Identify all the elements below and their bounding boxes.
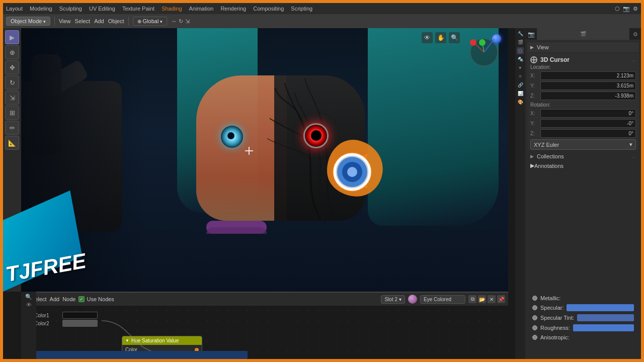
menu-modeling[interactable]: Modeling	[30, 6, 52, 12]
translate-icon[interactable]: ↔	[171, 18, 177, 25]
metallic-label: Metallic:	[540, 295, 560, 301]
more-tab[interactable]: ⚙	[629, 28, 641, 40]
blender-logo	[287, 126, 387, 216]
y-location-row: Y: 3.615m	[530, 81, 636, 90]
menu-uv-editing[interactable]: UV Editing	[89, 6, 115, 12]
render-icon[interactable]: 📷	[623, 6, 630, 12]
menu-layout[interactable]: Layout	[6, 6, 23, 12]
slot-label: Slot 2	[384, 297, 397, 302]
toolbar-select[interactable]: Select	[75, 18, 91, 24]
annotations-item[interactable]: ▶ Annotations	[527, 161, 639, 170]
y-value-input[interactable]: 3.615m	[540, 81, 636, 90]
move-tool[interactable]: ✥	[5, 60, 19, 74]
material-name-field[interactable]: Eye Colored	[420, 295, 465, 304]
use-nodes-checkbox[interactable]: ✓	[78, 296, 85, 302]
transform-tool[interactable]: ⊞	[5, 106, 19, 120]
menu-scripting[interactable]: Scripting	[291, 6, 312, 12]
menu-shading[interactable]: Shading	[162, 6, 182, 12]
material-properties: Metallic: Specular: Specular Tint: Rough…	[525, 292, 641, 344]
search-viewport-btn[interactable]: 🔍	[449, 32, 460, 43]
view-section-header[interactable]: ▶ View	[527, 42, 639, 52]
toolbar-object[interactable]: Object	[108, 18, 124, 24]
material-sphere-icon[interactable]	[408, 295, 417, 304]
material-name-label: Eye Colored	[424, 297, 451, 302]
rotate-tool[interactable]: ↻	[5, 75, 19, 89]
scene-properties-tab[interactable]: 🎬	[537, 28, 629, 40]
metallic-row: Metallic:	[528, 294, 638, 303]
dropdown-arrow-icon: ▾	[629, 141, 632, 148]
ry-row: Y: -0°	[530, 119, 636, 128]
specular-tint-dot	[532, 315, 537, 320]
data-icon-side[interactable]: 📊	[517, 90, 524, 97]
node-node-menu[interactable]: Node	[62, 296, 75, 302]
constraints-icon-side[interactable]: 🔗	[517, 81, 524, 88]
viewport-display-btn[interactable]: 👁	[422, 32, 433, 43]
color1-swatch[interactable]	[62, 312, 98, 319]
viewport-3d[interactable]: 👁 ✋ 🔍	[21, 28, 508, 292]
tools-icon[interactable]: 🔧	[517, 30, 524, 37]
rotate-icon[interactable]: ↻	[179, 18, 183, 25]
node-pin-btn[interactable]: 📌	[497, 295, 505, 303]
slot-dropdown[interactable]: Slot 2 ▾	[381, 295, 405, 304]
modifier-icon-side[interactable]: 🔩	[517, 56, 524, 63]
rz-input[interactable]: 0°	[540, 129, 636, 138]
particle-icon-side[interactable]: ✦	[517, 64, 524, 71]
node-view-icon[interactable]: 👁	[26, 302, 32, 308]
annotate-tool[interactable]: ✏	[5, 121, 19, 135]
object-mode-dropdown[interactable]: Object Mode	[6, 17, 50, 26]
rotation-mode-dropdown[interactable]: XYZ Euler ▾	[530, 139, 636, 150]
collections-arrow-icon: ▶	[530, 154, 534, 159]
scale-tool[interactable]: ⇲	[5, 90, 19, 105]
roughness-bar[interactable]	[573, 324, 634, 331]
specular-tint-bar[interactable]	[577, 314, 634, 321]
timeline-bar[interactable]	[36, 351, 248, 359]
ry-input[interactable]: -0°	[540, 119, 636, 128]
menu-compositing[interactable]: Compositing	[253, 6, 284, 12]
toolbar-add[interactable]: Add	[94, 18, 104, 24]
node-zoom-icon[interactable]: 🔍	[25, 294, 32, 300]
node-collapse-icon[interactable]: ▼	[125, 338, 129, 343]
object-icon-side[interactable]: ⬡	[517, 47, 524, 54]
viewport-controls: 👁 ✋ 🔍	[422, 32, 460, 43]
collections-item[interactable]: ▶ Collections …	[527, 152, 639, 161]
toolbar-view[interactable]: View	[59, 18, 71, 24]
menu-sculpting[interactable]: Sculpting	[59, 6, 82, 12]
ry-label: Y:	[530, 121, 540, 126]
menu-rendering[interactable]: Rendering	[220, 6, 246, 12]
metallic-dot	[532, 296, 537, 301]
cursor-expand-icon[interactable]: …	[631, 57, 636, 62]
cursor-tool[interactable]: ⊕	[5, 45, 19, 59]
color2-swatch[interactable]	[62, 320, 98, 327]
node-browse-btn[interactable]: 📂	[478, 295, 486, 303]
menu-animation[interactable]: Animation	[189, 6, 214, 12]
global-dropdown[interactable]: ⊕ Global	[133, 17, 168, 26]
measure-tool[interactable]: 📐	[5, 136, 19, 150]
z-value-input[interactable]: -3.938m	[540, 92, 636, 100]
far-right-panel: 🔧 🎬 ⬡ 🔩 ✦ ⚛ 🔗 📊 🎨	[515, 28, 525, 359]
settings-icon[interactable]: ⚙	[633, 6, 638, 12]
menu-texture-paint[interactable]: Texture Paint	[122, 6, 154, 12]
use-nodes-label: Use Nodes	[87, 296, 114, 302]
select-tool[interactable]: ▶	[5, 30, 19, 44]
color-inputs-panel: Color1 Color2	[26, 311, 98, 328]
y-label: Y:	[530, 83, 540, 88]
collections-expand-icon[interactable]: …	[631, 154, 636, 159]
rx-input[interactable]: 0°	[540, 109, 636, 118]
node-add-menu[interactable]: Add	[50, 296, 60, 302]
camera-btn[interactable]: ✋	[435, 32, 446, 43]
physics-icon-side[interactable]: ⚛	[517, 73, 524, 80]
scene-icon: ⬡	[615, 6, 620, 12]
material-icon-side[interactable]: 🎨	[517, 99, 524, 106]
viewport-gizmo[interactable]	[464, 32, 504, 72]
node-copy-btn[interactable]: ⧉	[468, 295, 476, 303]
view-tab[interactable]: 📷	[525, 28, 537, 40]
specular-tint-row: Specular Tint:	[528, 313, 638, 323]
scene-icon-side[interactable]: 🎬	[517, 39, 524, 46]
scale-icon[interactable]: ⇲	[185, 18, 190, 25]
node-delete-btn[interactable]: ✕	[488, 295, 496, 303]
main-toolbar: Object Mode View Select Add Object ⊕ Glo…	[3, 14, 641, 28]
x-value-input[interactable]: 2.123m	[540, 71, 636, 80]
location-section-label: Location:	[530, 64, 636, 70]
rx-row: X: 0°	[530, 109, 636, 118]
specular-bar[interactable]	[567, 304, 634, 311]
